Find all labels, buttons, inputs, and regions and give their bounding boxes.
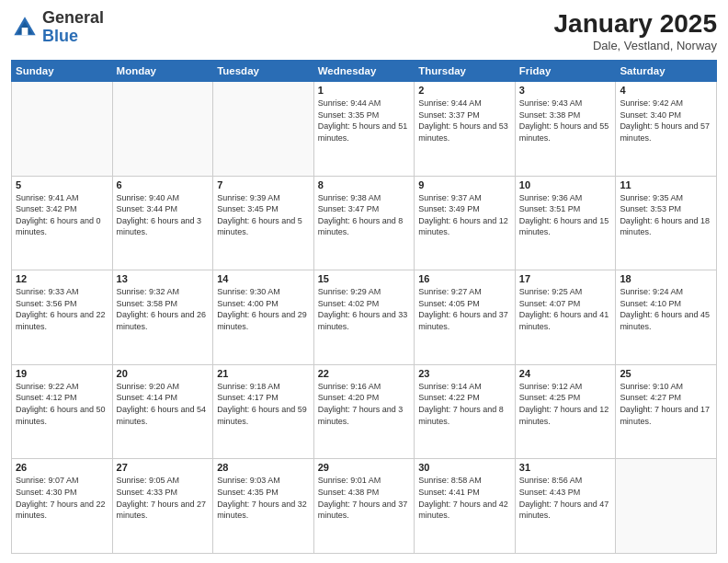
day-info: Sunrise: 9:36 AM Sunset: 3:51 PM Dayligh… [519, 192, 612, 238]
day-info: Sunrise: 8:58 AM Sunset: 4:41 PM Dayligh… [418, 475, 511, 521]
calendar-cell [213, 82, 314, 177]
day-number: 16 [418, 273, 511, 284]
calendar-cell: 27Sunrise: 9:05 AM Sunset: 4:33 PM Dayli… [112, 459, 213, 554]
col-monday: Monday [112, 61, 213, 82]
calendar-week-row-2: 12Sunrise: 9:33 AM Sunset: 3:56 PM Dayli… [12, 270, 717, 365]
col-thursday: Thursday [415, 61, 516, 82]
day-info: Sunrise: 9:44 AM Sunset: 3:35 PM Dayligh… [318, 98, 411, 144]
calendar-cell: 23Sunrise: 9:14 AM Sunset: 4:22 PM Dayli… [415, 364, 516, 459]
calendar-week-row-3: 19Sunrise: 9:22 AM Sunset: 4:12 PM Dayli… [12, 364, 717, 459]
day-info: Sunrise: 9:05 AM Sunset: 4:33 PM Dayligh… [117, 475, 210, 521]
calendar-cell: 8Sunrise: 9:38 AM Sunset: 3:47 PM Daylig… [313, 176, 415, 270]
calendar-week-row-0: 1Sunrise: 9:44 AM Sunset: 3:35 PM Daylig… [12, 82, 717, 177]
day-number: 22 [318, 368, 411, 379]
day-number: 15 [318, 273, 411, 284]
svg-rect-2 [22, 28, 28, 35]
calendar-cell: 22Sunrise: 9:16 AM Sunset: 4:20 PM Dayli… [313, 364, 415, 459]
title-block: January 2025 Dale, Vestland, Norway [554, 9, 717, 52]
day-number: 31 [519, 462, 612, 473]
day-number: 25 [620, 368, 712, 379]
day-number: 27 [117, 462, 210, 473]
day-number: 23 [418, 368, 511, 379]
day-number: 12 [16, 273, 108, 284]
day-number: 6 [117, 179, 210, 190]
calendar-cell: 15Sunrise: 9:29 AM Sunset: 4:02 PM Dayli… [313, 270, 415, 365]
calendar-cell [112, 82, 213, 177]
day-info: Sunrise: 9:33 AM Sunset: 3:56 PM Dayligh… [16, 286, 108, 332]
calendar-cell: 28Sunrise: 9:03 AM Sunset: 4:35 PM Dayli… [213, 459, 314, 554]
calendar-cell: 30Sunrise: 8:58 AM Sunset: 4:41 PM Dayli… [415, 459, 516, 554]
header: General Blue January 2025 Dale, Vestland… [11, 9, 717, 52]
day-number: 19 [16, 368, 108, 379]
day-info: Sunrise: 9:41 AM Sunset: 3:42 PM Dayligh… [16, 192, 108, 238]
calendar-cell: 11Sunrise: 9:35 AM Sunset: 3:53 PM Dayli… [616, 176, 717, 270]
day-number: 5 [16, 179, 108, 190]
calendar-cell: 7Sunrise: 9:39 AM Sunset: 3:45 PM Daylig… [213, 176, 314, 270]
day-number: 4 [620, 85, 712, 96]
day-number: 1 [318, 85, 411, 96]
day-number: 13 [117, 273, 210, 284]
day-number: 8 [318, 179, 411, 190]
calendar-cell: 4Sunrise: 9:42 AM Sunset: 3:40 PM Daylig… [616, 82, 717, 177]
day-number: 20 [117, 368, 210, 379]
day-number: 26 [16, 462, 108, 473]
day-info: Sunrise: 9:39 AM Sunset: 3:45 PM Dayligh… [217, 192, 310, 238]
calendar-cell: 5Sunrise: 9:41 AM Sunset: 3:42 PM Daylig… [12, 176, 113, 270]
col-saturday: Saturday [616, 61, 717, 82]
day-number: 10 [519, 179, 612, 190]
location: Dale, Vestland, Norway [554, 39, 717, 52]
calendar-cell: 31Sunrise: 8:56 AM Sunset: 4:43 PM Dayli… [515, 459, 616, 554]
calendar-cell: 21Sunrise: 9:18 AM Sunset: 4:17 PM Dayli… [213, 364, 314, 459]
calendar-cell: 9Sunrise: 9:37 AM Sunset: 3:49 PM Daylig… [415, 176, 516, 270]
calendar-cell: 3Sunrise: 9:43 AM Sunset: 3:38 PM Daylig… [515, 82, 616, 177]
calendar-cell: 14Sunrise: 9:30 AM Sunset: 4:00 PM Dayli… [213, 270, 314, 365]
day-number: 18 [620, 273, 712, 284]
day-info: Sunrise: 9:44 AM Sunset: 3:37 PM Dayligh… [418, 98, 511, 144]
day-info: Sunrise: 8:56 AM Sunset: 4:43 PM Dayligh… [519, 475, 612, 521]
col-wednesday: Wednesday [313, 61, 415, 82]
day-info: Sunrise: 9:30 AM Sunset: 4:00 PM Dayligh… [217, 286, 310, 332]
day-number: 14 [217, 273, 310, 284]
calendar-week-row-4: 26Sunrise: 9:07 AM Sunset: 4:30 PM Dayli… [12, 459, 717, 554]
day-number: 24 [519, 368, 612, 379]
day-number: 30 [418, 462, 511, 473]
day-number: 17 [519, 273, 612, 284]
calendar-cell: 1Sunrise: 9:44 AM Sunset: 3:35 PM Daylig… [313, 82, 415, 177]
calendar-cell: 13Sunrise: 9:32 AM Sunset: 3:58 PM Dayli… [112, 270, 213, 365]
calendar-cell: 25Sunrise: 9:10 AM Sunset: 4:27 PM Dayli… [616, 364, 717, 459]
day-info: Sunrise: 9:24 AM Sunset: 4:10 PM Dayligh… [620, 286, 712, 332]
day-number: 21 [217, 368, 310, 379]
day-number: 9 [418, 179, 511, 190]
col-sunday: Sunday [12, 61, 113, 82]
day-number: 2 [418, 85, 511, 96]
calendar-cell: 12Sunrise: 9:33 AM Sunset: 3:56 PM Dayli… [12, 270, 113, 365]
logo-icon [11, 14, 39, 41]
calendar-cell: 26Sunrise: 9:07 AM Sunset: 4:30 PM Dayli… [12, 459, 113, 554]
logo-blue-text: Blue [42, 27, 78, 45]
calendar-cell [12, 82, 113, 177]
col-friday: Friday [515, 61, 616, 82]
calendar-cell: 17Sunrise: 9:25 AM Sunset: 4:07 PM Dayli… [515, 270, 616, 365]
day-info: Sunrise: 9:22 AM Sunset: 4:12 PM Dayligh… [16, 381, 108, 427]
col-tuesday: Tuesday [213, 61, 314, 82]
calendar-cell: 20Sunrise: 9:20 AM Sunset: 4:14 PM Dayli… [112, 364, 213, 459]
calendar-week-row-1: 5Sunrise: 9:41 AM Sunset: 3:42 PM Daylig… [12, 176, 717, 270]
day-info: Sunrise: 9:10 AM Sunset: 4:27 PM Dayligh… [620, 381, 712, 427]
day-number: 28 [217, 462, 310, 473]
day-info: Sunrise: 9:03 AM Sunset: 4:35 PM Dayligh… [217, 475, 310, 521]
calendar-cell: 24Sunrise: 9:12 AM Sunset: 4:25 PM Dayli… [515, 364, 616, 459]
day-info: Sunrise: 9:43 AM Sunset: 3:38 PM Dayligh… [519, 98, 612, 144]
day-info: Sunrise: 9:27 AM Sunset: 4:05 PM Dayligh… [418, 286, 511, 332]
logo: General Blue [11, 9, 104, 46]
month-title: January 2025 [554, 9, 717, 39]
day-number: 3 [519, 85, 612, 96]
day-info: Sunrise: 9:07 AM Sunset: 4:30 PM Dayligh… [16, 475, 108, 521]
calendar-table: Sunday Monday Tuesday Wednesday Thursday… [11, 60, 717, 554]
day-info: Sunrise: 9:25 AM Sunset: 4:07 PM Dayligh… [519, 286, 612, 332]
day-info: Sunrise: 9:20 AM Sunset: 4:14 PM Dayligh… [117, 381, 210, 427]
day-info: Sunrise: 9:42 AM Sunset: 3:40 PM Dayligh… [620, 98, 712, 144]
day-info: Sunrise: 9:37 AM Sunset: 3:49 PM Dayligh… [418, 192, 511, 238]
day-info: Sunrise: 9:38 AM Sunset: 3:47 PM Dayligh… [318, 192, 411, 238]
calendar-cell: 19Sunrise: 9:22 AM Sunset: 4:12 PM Dayli… [12, 364, 113, 459]
calendar-cell: 18Sunrise: 9:24 AM Sunset: 4:10 PM Dayli… [616, 270, 717, 365]
